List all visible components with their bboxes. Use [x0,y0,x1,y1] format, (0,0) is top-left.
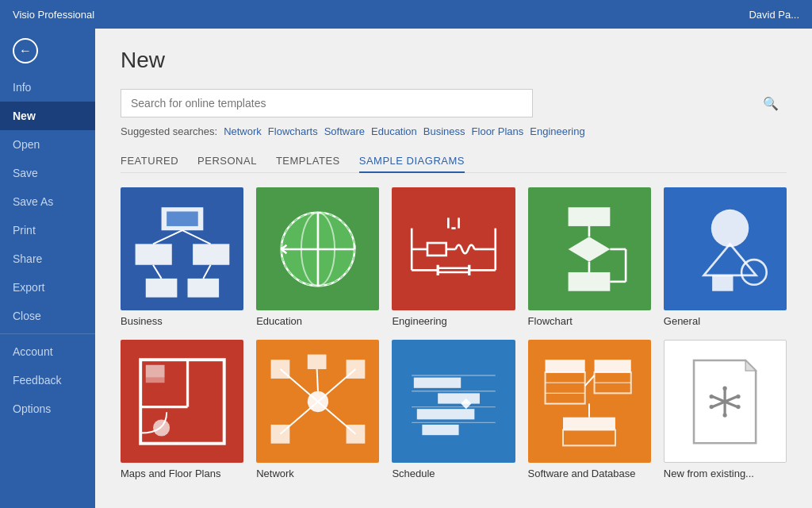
back-button-container[interactable]: ← [0,29,95,73]
sidebar-item-new[interactable]: New [0,102,95,130]
back-button[interactable]: ← [13,38,38,64]
sidebar-item-save[interactable]: Save [0,159,95,187]
template-label-flowchart: Flowchart [528,315,651,327]
svg-marker-45 [704,244,756,275]
template-card-new-existing[interactable]: New from existing... [664,340,787,479]
suggested-searches: Suggested searches: Network Flowcharts S… [121,125,787,137]
tab-featured[interactable]: FEATURED [121,150,178,172]
svg-rect-81 [563,418,615,430]
svg-line-64 [316,369,317,391]
template-label-software-db: Software and Database [528,468,651,479]
template-card-engineering[interactable]: Engineering [392,187,515,327]
svg-rect-74 [546,360,585,372]
search-input[interactable] [121,89,533,117]
svg-rect-1 [167,211,198,225]
svg-line-61 [318,369,355,402]
svg-line-9 [203,264,210,278]
svg-rect-3 [193,244,229,264]
svg-point-93 [737,405,741,409]
template-card-maps[interactable]: Maps and Floor Plans [121,340,243,479]
svg-point-95 [737,394,741,398]
svg-point-92 [710,394,714,398]
sidebar-item-close[interactable]: Close [0,302,95,330]
svg-rect-72 [422,425,458,435]
svg-line-8 [153,264,162,278]
user-name: David Pa... [749,9,799,21]
svg-rect-38 [569,272,611,291]
tab-personal[interactable]: PERSONAL [197,150,257,172]
template-label-engineering: Engineering [392,315,515,327]
sidebar-item-options[interactable]: Options [0,394,95,423]
svg-point-44 [711,209,749,246]
svg-rect-53 [145,377,164,383]
svg-point-51 [153,419,170,436]
sidebar: ← Info New Open Save Save As Print Share… [0,29,95,508]
sidebar-item-feedback[interactable]: Feedback [0,366,95,394]
suggested-link-software[interactable]: Software [324,125,365,137]
sidebar-item-info[interactable]: Info [0,73,95,102]
main-layout: ← Info New Open Save Save As Print Share… [0,29,812,508]
tab-sample-diagrams[interactable]: SAMPLE DIAGRAMS [359,150,465,173]
suggested-label: Suggested searches: [121,125,217,137]
content-area: New 🔍 Suggested searches: Network Flowch… [95,29,812,508]
svg-line-7 [182,230,211,244]
suggested-link-floor-plans[interactable]: Floor Plans [472,125,524,137]
svg-rect-70 [438,393,480,403]
template-grid: Business Educ [121,187,787,479]
svg-point-90 [723,386,727,390]
search-container: 🔍 [121,89,787,117]
sidebar-item-account[interactable]: Account [0,337,95,366]
sidebar-item-print[interactable]: Print [0,216,95,244]
template-card-business[interactable]: Business [121,187,243,327]
suggested-link-education[interactable]: Education [371,125,417,137]
svg-marker-37 [569,237,611,262]
sidebar-item-share[interactable]: Share [0,244,95,273]
template-card-schedule[interactable]: Schedule [392,340,515,479]
svg-rect-78 [595,360,631,372]
template-card-education[interactable]: Education [256,187,379,327]
template-card-network[interactable]: Network [256,340,379,479]
svg-point-91 [723,413,727,417]
svg-rect-52 [145,365,164,378]
svg-rect-4 [145,279,177,298]
svg-rect-59 [308,354,327,368]
svg-rect-5 [187,279,219,298]
sidebar-item-save-as[interactable]: Save As [0,187,95,216]
suggested-link-business[interactable]: Business [423,125,465,137]
template-label-schedule: Schedule [392,468,515,479]
tab-templates[interactable]: TEMPLATES [276,150,340,172]
svg-rect-2 [135,244,171,264]
search-icon[interactable]: 🔍 [763,96,779,111]
svg-rect-75 [546,372,585,404]
template-label-education: Education [256,315,379,327]
svg-rect-69 [414,377,461,387]
svg-line-60 [280,369,317,402]
svg-rect-46 [713,275,733,291]
svg-line-6 [153,230,182,244]
app-name: Visio Professional [13,9,94,21]
suggested-link-engineering[interactable]: Engineering [530,125,584,137]
svg-rect-36 [569,207,611,226]
template-label-business: Business [121,315,243,327]
svg-rect-20 [427,243,446,256]
tabs: FEATURED PERSONAL TEMPLATES SAMPLE DIAGR… [121,150,787,173]
template-label-maps: Maps and Floor Plans [121,468,243,479]
template-label-network: Network [256,468,379,479]
template-label-general: General [664,315,787,327]
svg-marker-86 [745,360,756,371]
template-card-general[interactable]: General [664,187,787,327]
top-bar: Visio Professional David Pa... [0,0,812,29]
svg-rect-71 [417,409,475,419]
svg-rect-82 [563,429,615,445]
sidebar-item-open[interactable]: Open [0,130,95,159]
suggested-link-flowcharts[interactable]: Flowcharts [268,125,318,137]
suggested-link-network[interactable]: Network [224,125,262,137]
svg-line-83 [585,375,595,386]
template-card-software-db[interactable]: Software and Database [528,340,651,479]
page-title: New [121,48,787,73]
sidebar-divider [0,333,95,334]
template-label-new-existing: New from existing... [664,468,787,479]
sidebar-item-export[interactable]: Export [0,273,95,302]
svg-line-63 [280,402,317,434]
template-card-flowchart[interactable]: Flowchart [528,187,651,327]
